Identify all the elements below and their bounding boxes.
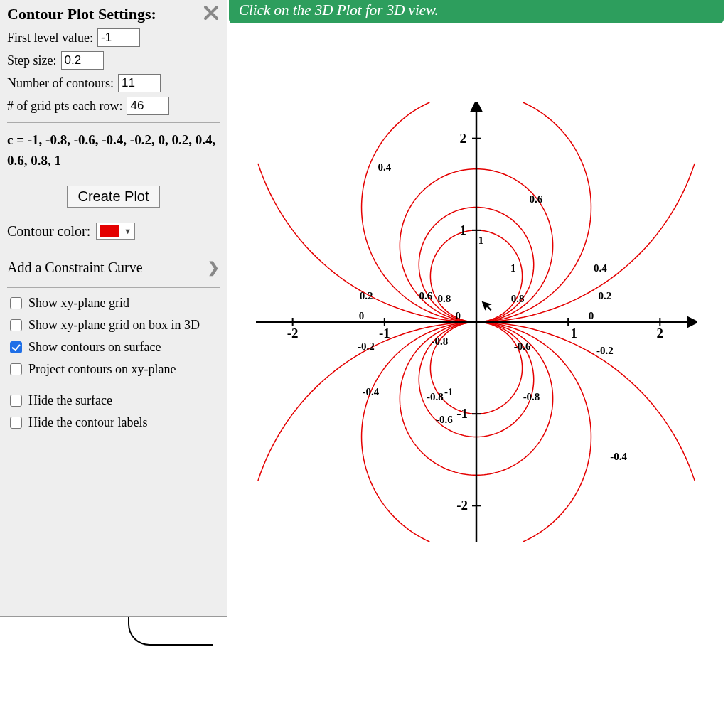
svg-text:-2: -2	[287, 326, 299, 341]
svg-text:2: 2	[460, 131, 467, 146]
hide-surface-row[interactable]: Hide the surface	[7, 392, 220, 409]
close-icon[interactable]	[203, 4, 220, 24]
show-contours-label: Show contours on surface	[28, 340, 161, 355]
chevron-down-icon: ▼	[124, 227, 132, 235]
num-contours-label: Number of contours:	[7, 76, 114, 91]
svg-text:1: 1	[510, 262, 516, 274]
step-size-label: Step size:	[7, 53, 57, 68]
svg-text:-0.8: -0.8	[431, 336, 448, 347]
svg-text:1: 1	[460, 223, 467, 237]
svg-text:1: 1	[478, 235, 484, 246]
contour-color-label: Contour color:	[7, 223, 90, 240]
contour-color-picker[interactable]: ▼	[96, 223, 135, 240]
svg-text:0.8: 0.8	[511, 293, 525, 304]
svg-text:0: 0	[359, 310, 365, 321]
hide-labels-checkbox[interactable]	[10, 417, 22, 429]
banner-3d-hint: Click on the 3D Plot for 3D view.	[229, 0, 724, 23]
svg-text:-1: -1	[444, 386, 454, 397]
svg-text:-2: -2	[456, 498, 468, 513]
svg-text:0.2: 0.2	[360, 290, 373, 301]
panel-title: Contour Plot Settings:	[7, 5, 156, 23]
step-size-input[interactable]	[61, 51, 104, 70]
contour-plot-area[interactable]: -2-11221-1-2xy0.40.60.20.60.8110.40.80.2…	[228, 23, 728, 701]
svg-text:0: 0	[455, 310, 461, 321]
project-contours-checkbox[interactable]	[10, 363, 22, 375]
svg-text:0.2: 0.2	[598, 290, 611, 301]
svg-text:-0.6: -0.6	[436, 414, 453, 425]
svg-text:-0.8: -0.8	[523, 391, 540, 402]
hide-labels-row[interactable]: Hide the contour labels	[7, 414, 220, 431]
grid-pts-label: # of grid pts each row:	[7, 99, 122, 114]
first-level-input[interactable]	[97, 28, 140, 47]
contour-plot-svg: -2-11221-1-2xy0.40.60.20.60.8110.40.80.2…	[256, 102, 697, 542]
create-plot-button[interactable]: Create Plot	[67, 186, 159, 208]
color-swatch	[100, 225, 119, 237]
panel-tail-decoration	[128, 617, 213, 646]
num-contours-input[interactable]	[118, 74, 161, 92]
show-xy-grid-checkbox[interactable]	[10, 297, 22, 309]
svg-text:0.6: 0.6	[530, 193, 543, 205]
svg-text:-0.8: -0.8	[427, 391, 444, 402]
show-contours-checkbox[interactable]	[10, 341, 22, 353]
show-xy-grid-label: Show xy-plane grid	[28, 296, 129, 311]
grid-pts-input[interactable]	[127, 97, 169, 115]
first-level-label: First level value:	[7, 31, 93, 46]
c-values-list: c = -1, -0.8, -0.6, -0.4, -0.2, 0, 0.2, …	[7, 130, 220, 171]
project-contours-row[interactable]: Project contours on xy-plane	[7, 361, 220, 378]
settings-panel: Contour Plot Settings: First level value…	[0, 0, 228, 617]
svg-text:-0.2: -0.2	[358, 341, 375, 352]
show-xy-grid-3d-checkbox[interactable]	[10, 319, 22, 331]
svg-text:0.8: 0.8	[437, 293, 451, 304]
add-constraint-curve[interactable]: Add a Constraint Curve ❯	[7, 255, 220, 280]
svg-text:-1: -1	[456, 406, 468, 421]
svg-text:-0.4: -0.4	[363, 386, 380, 397]
hide-surface-checkbox[interactable]	[10, 395, 22, 407]
svg-text:0: 0	[589, 310, 594, 321]
constraint-label: Add a Constraint Curve	[7, 259, 143, 276]
show-xy-grid-3d-label: Show xy-plane grid on box in 3D	[28, 318, 200, 333]
svg-text:0.4: 0.4	[378, 161, 391, 173]
show-contours-row[interactable]: Show contours on surface	[7, 339, 220, 355]
show-xy-grid-row[interactable]: Show xy-plane grid	[7, 295, 220, 311]
svg-text:-0.4: -0.4	[610, 451, 627, 462]
svg-text:2: 2	[657, 326, 664, 341]
svg-text:-0.2: -0.2	[596, 345, 614, 356]
hide-labels-label: Hide the contour labels	[28, 415, 147, 430]
svg-text:0.4: 0.4	[594, 262, 607, 274]
svg-text:0.6: 0.6	[419, 290, 433, 301]
svg-text:-1: -1	[379, 326, 390, 341]
svg-text:1: 1	[570, 326, 577, 341]
project-contours-label: Project contours on xy-plane	[28, 362, 176, 377]
show-xy-grid-3d-row[interactable]: Show xy-plane grid on box in 3D	[7, 317, 220, 333]
hide-surface-label: Hide the surface	[28, 393, 112, 408]
svg-text:-0.6: -0.6	[514, 341, 531, 352]
chevron-right-icon: ❯	[208, 259, 220, 276]
